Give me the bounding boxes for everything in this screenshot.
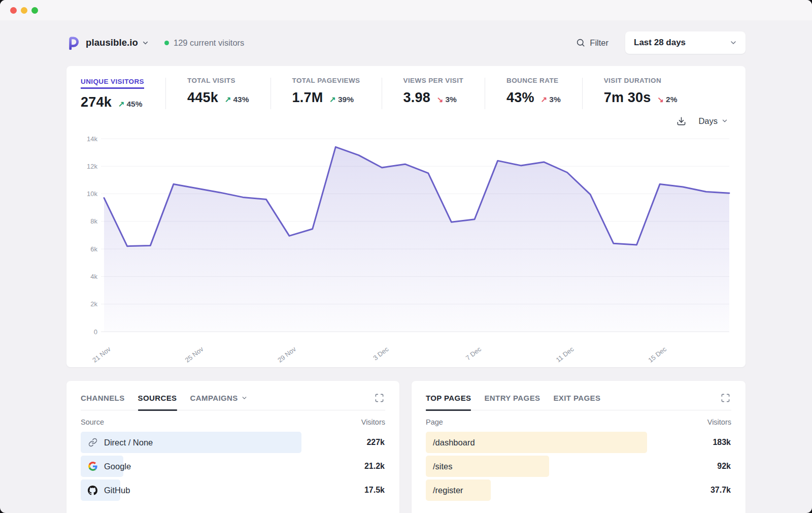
- close-window-button[interactable]: [10, 7, 17, 14]
- list-item--sites[interactable]: /sites92k: [426, 456, 731, 477]
- active-tab-underline: [138, 409, 177, 411]
- sources-column-header-right: Visitors: [361, 418, 385, 426]
- minimize-window-button[interactable]: [21, 7, 27, 14]
- active-tab-underline: [426, 409, 471, 411]
- stat-divider: [485, 78, 485, 109]
- stat-change: ↘3%: [437, 95, 457, 104]
- tab-campaigns[interactable]: CAMPAIGNS: [190, 394, 248, 410]
- plausible-logo-icon: [66, 36, 80, 50]
- list-item--register[interactable]: /register37.7k: [426, 479, 731, 501]
- y-axis-tick-label: 12k: [87, 163, 97, 170]
- tab-sources[interactable]: SOURCES: [138, 394, 177, 410]
- window-titlebar: [0, 0, 812, 20]
- row-label: Google: [104, 462, 131, 471]
- list-item--dashboard[interactable]: /dashboard183k: [426, 432, 731, 453]
- x-axis-tick-label: 11 Dec: [554, 345, 575, 364]
- pages-list: /dashboard183k/sites92k/register37.7k: [426, 432, 731, 501]
- stat-unique-visitors[interactable]: UNIQUE VISITORS274k↗45%: [81, 77, 165, 110]
- y-axis-tick-label: 4k: [90, 273, 97, 280]
- y-axis-tick-label: 10k: [87, 190, 97, 198]
- list-item-direct-none[interactable]: Direct / None227k: [81, 432, 385, 453]
- area-fill: [104, 147, 729, 332]
- y-axis-tick-label: 8k: [90, 217, 97, 225]
- pages-column-header-right: Visitors: [707, 418, 731, 426]
- stat-total-pageviews[interactable]: TOTAL PAGEVIEWS1.7M↗39%: [292, 77, 382, 106]
- stat-visit-duration[interactable]: VISIT DURATION7m 30s↘2%: [604, 77, 699, 106]
- app-window: plausible.io 129 current visitors Filter…: [0, 0, 812, 513]
- top-stats-row: UNIQUE VISITORS274k↗45%TOTAL VISITS445k↗…: [81, 77, 731, 110]
- y-axis-tick-label: 6k: [90, 245, 97, 253]
- stat-value: 1.7M: [292, 90, 323, 106]
- stat-change: ↘2%: [657, 95, 677, 104]
- link-icon: [88, 438, 97, 447]
- sources-tabs: CHANNELSSOURCESCAMPAIGNS: [81, 394, 385, 410]
- x-axis-tick-label: 7 Dec: [464, 345, 483, 362]
- tab-channels[interactable]: CHANNELS: [81, 394, 125, 410]
- sources-panel: CHANNELSSOURCESCAMPAIGNS Source Visitors…: [66, 381, 399, 513]
- y-axis-tick-label: 14k: [87, 135, 97, 143]
- arrow-up-right-icon: ↗: [329, 95, 336, 104]
- tab-exit-pages[interactable]: EXIT PAGES: [553, 394, 600, 410]
- stat-views-per-visit[interactable]: VIEWS PER VISIT3.98↘3%: [403, 77, 485, 106]
- arrow-up-right-icon: ↗: [541, 95, 548, 104]
- filter-button[interactable]: Filter: [576, 38, 608, 48]
- x-axis-tick-label: 3 Dec: [371, 345, 390, 362]
- stat-label: TOTAL PAGEVIEWS: [292, 77, 360, 84]
- stat-bounce-rate[interactable]: BOUNCE RATE43%↗3%: [506, 77, 582, 106]
- github-icon: [88, 486, 97, 495]
- row-visitors-value: 183k: [713, 438, 731, 447]
- current-visitors[interactable]: 129 current visitors: [164, 38, 244, 48]
- row-label: GitHub: [104, 486, 130, 495]
- stat-change: ↗43%: [225, 95, 249, 104]
- row-label: Direct / None: [104, 438, 153, 447]
- x-axis-tick-label: 15 Dec: [647, 345, 668, 364]
- arrow-down-right-icon: ↘: [437, 95, 444, 104]
- interval-chevron-down-icon: [721, 117, 728, 124]
- row-label: /sites: [433, 462, 453, 471]
- google-icon: [88, 462, 97, 471]
- stat-label: VIEWS PER VISIT: [403, 77, 464, 84]
- stat-value: 274k: [81, 94, 112, 110]
- date-range-picker[interactable]: Last 28 days: [625, 31, 746, 54]
- site-name[interactable]: plausible.io: [86, 37, 138, 48]
- live-dot-icon: [164, 41, 169, 45]
- stat-value: 445k: [187, 90, 218, 106]
- stat-value: 7m 30s: [604, 90, 651, 106]
- interval-dropdown[interactable]: Days: [698, 116, 728, 126]
- pages-panel: TOP PAGESENTRY PAGESEXIT PAGES Page Visi…: [412, 381, 746, 513]
- zoom-window-button[interactable]: [31, 7, 38, 14]
- arrow-down-right-icon: ↘: [657, 95, 664, 104]
- dashboard-header: plausible.io 129 current visitors Filter…: [66, 31, 746, 54]
- list-item-github[interactable]: GitHub17.5k: [81, 479, 385, 501]
- expand-panel-icon[interactable]: [721, 393, 730, 403]
- date-range-chevron-down-icon: [729, 39, 737, 47]
- expand-panel-icon[interactable]: [375, 393, 384, 403]
- x-axis-tick-label: 21 Nov: [91, 345, 112, 364]
- stat-divider: [582, 78, 583, 109]
- stat-total-visits[interactable]: TOTAL VISITS445k↗43%: [187, 77, 270, 106]
- row-visitors-value: 227k: [366, 438, 385, 447]
- stat-label: UNIQUE VISITORS: [81, 78, 144, 89]
- visitors-area-chart[interactable]: 02k4k6k8k10k12k14k21 Nov25 Nov29 Nov3 De…: [81, 130, 731, 365]
- list-item-google[interactable]: Google21.2k: [81, 456, 385, 477]
- search-icon: [576, 38, 585, 47]
- tab-top-pages[interactable]: TOP PAGES: [426, 394, 471, 410]
- x-axis-tick-label: 25 Nov: [184, 345, 205, 364]
- x-axis-tick-label: 29 Nov: [276, 345, 297, 364]
- y-axis-tick-label: 0: [94, 328, 97, 336]
- row-label: /register: [433, 486, 463, 495]
- site-switcher-chevron-down-icon[interactable]: [142, 39, 149, 47]
- stat-label: BOUNCE RATE: [506, 77, 561, 84]
- chart-svg: 02k4k6k8k10k12k14k21 Nov25 Nov29 Nov3 De…: [81, 130, 731, 365]
- stat-divider: [165, 78, 166, 109]
- tab-entry-pages[interactable]: ENTRY PAGES: [484, 394, 540, 410]
- y-axis-tick-label: 2k: [90, 300, 97, 308]
- row-label: /dashboard: [433, 438, 475, 447]
- download-export-icon[interactable]: [676, 116, 686, 126]
- stat-label: VISIT DURATION: [604, 77, 678, 84]
- row-visitors-value: 17.5k: [364, 486, 385, 495]
- stat-change: ↗45%: [118, 100, 143, 109]
- stat-value: 3.98: [403, 90, 430, 106]
- sources-column-header-left: Source: [81, 418, 104, 426]
- stat-divider: [270, 78, 271, 109]
